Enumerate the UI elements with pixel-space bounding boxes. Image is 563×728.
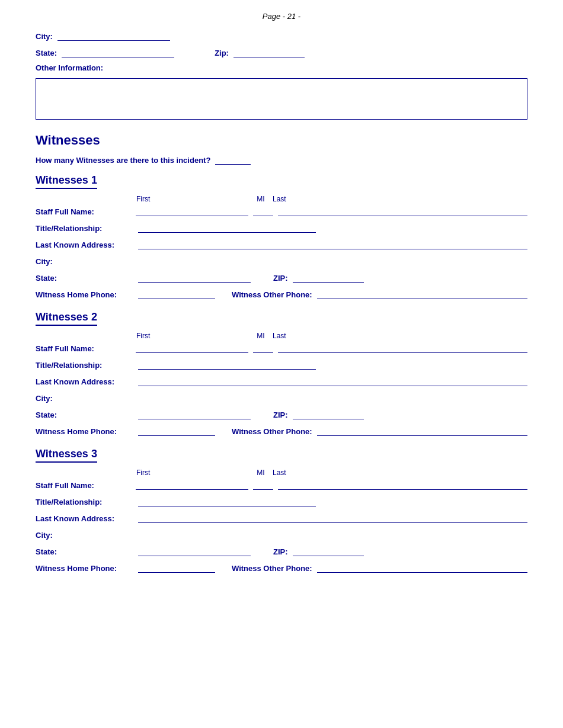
- name-header-row-3: First MI Last: [36, 469, 527, 477]
- other-phone-label-1: Witness Other Phone:: [232, 290, 312, 299]
- home-phone-label-1: Witness Home Phone:: [36, 290, 133, 299]
- staff-first-input-3[interactable]: [136, 479, 248, 490]
- how-many-label: How many Witnesses are there to this inc…: [36, 156, 210, 165]
- title-rel-row-2: Title/Relationship:: [36, 359, 527, 370]
- state-zip-row-3: State: ZIP:: [36, 546, 527, 556]
- staff-name-label-3: Staff Full Name:: [36, 481, 133, 490]
- staff-last-input-3[interactable]: [278, 479, 527, 490]
- staff-mi-input-1[interactable]: [253, 206, 273, 216]
- phone-row-2: Witness Home Phone: Witness Other Phone:: [36, 425, 527, 436]
- address-row-3: Last Known Address:: [36, 512, 527, 523]
- staff-name-row-3: Staff Full Name:: [36, 479, 527, 490]
- zip-label-top: Zip:: [215, 49, 229, 57]
- zip-input-1[interactable]: [293, 272, 364, 283]
- home-phone-label-3: Witness Home Phone:: [36, 564, 133, 573]
- other-phone-label-3: Witness Other Phone:: [232, 564, 312, 573]
- other-info-textarea[interactable]: [36, 78, 527, 120]
- state-input-top[interactable]: [62, 47, 174, 57]
- title-rel-row-1: Title/Relationship:: [36, 222, 527, 233]
- title-rel-input-2[interactable]: [138, 359, 316, 370]
- witnesses-1-section: Witnesses 1 First MI Last Staff Full Nam…: [36, 174, 527, 299]
- city-row-2: City:: [36, 392, 527, 403]
- witnesses-2-section: Witnesses 2 First MI Last Staff Full Nam…: [36, 311, 527, 436]
- home-phone-label-2: Witness Home Phone:: [36, 427, 133, 436]
- how-many-row: How many Witnesses are there to this inc…: [36, 154, 527, 165]
- mi-header-3: MI: [249, 469, 273, 477]
- address-label-3: Last Known Address:: [36, 514, 133, 523]
- staff-name-row-1: Staff Full Name:: [36, 206, 527, 216]
- state-input-3[interactable]: [138, 546, 251, 556]
- last-header-1: Last: [273, 195, 527, 203]
- city-row-3: City:: [36, 529, 527, 540]
- other-phone-input-1[interactable]: [317, 288, 527, 299]
- state-label-2: State:: [36, 410, 133, 419]
- staff-mi-input-2[interactable]: [253, 342, 273, 353]
- home-phone-input-3[interactable]: [138, 562, 215, 573]
- page-number: Page - 21 -: [36, 12, 527, 21]
- address-input-3[interactable]: [138, 512, 527, 523]
- title-rel-input-1[interactable]: [138, 222, 316, 233]
- home-phone-input-2[interactable]: [138, 425, 215, 436]
- staff-first-input-2[interactable]: [136, 342, 248, 353]
- city-label-1: City:: [36, 257, 133, 266]
- state-input-2[interactable]: [138, 409, 251, 419]
- city-row: City:: [36, 30, 527, 41]
- name-header-row-1: First MI Last: [36, 195, 527, 203]
- home-phone-input-1[interactable]: [138, 288, 215, 299]
- staff-name-row-2: Staff Full Name:: [36, 342, 527, 353]
- other-phone-input-2[interactable]: [317, 425, 527, 436]
- zip-input-top[interactable]: [233, 47, 305, 57]
- staff-last-input-1[interactable]: [278, 206, 527, 216]
- how-many-input[interactable]: [215, 154, 251, 165]
- address-input-2[interactable]: [138, 376, 527, 386]
- mi-header-2: MI: [249, 332, 273, 340]
- state-label-top: State:: [36, 49, 57, 57]
- city-label-3: City:: [36, 531, 133, 540]
- other-info-row: Other Information:: [36, 63, 527, 72]
- phone-row-1: Witness Home Phone: Witness Other Phone:: [36, 288, 527, 299]
- staff-name-label-2: Staff Full Name:: [36, 344, 133, 353]
- staff-first-input-1[interactable]: [136, 206, 248, 216]
- address-input-1[interactable]: [138, 239, 527, 249]
- state-input-1[interactable]: [138, 272, 251, 283]
- title-rel-row-3: Title/Relationship:: [36, 496, 527, 506]
- state-label-3: State:: [36, 547, 133, 556]
- staff-name-label-1: Staff Full Name:: [36, 207, 133, 216]
- last-header-3: Last: [273, 469, 527, 477]
- other-phone-label-2: Witness Other Phone:: [232, 427, 312, 436]
- address-row-2: Last Known Address:: [36, 376, 527, 386]
- zip-input-3[interactable]: [293, 546, 364, 556]
- first-header-2: First: [136, 332, 249, 340]
- witnesses-1-subtitle: Witnesses 1: [36, 174, 97, 189]
- state-zip-row-top: State: Zip:: [36, 47, 527, 57]
- staff-last-input-2[interactable]: [278, 342, 527, 353]
- staff-mi-input-3[interactable]: [253, 479, 273, 490]
- title-rel-label-2: Title/Relationship:: [36, 361, 133, 370]
- city-label: City:: [36, 32, 53, 41]
- zip-label-1: ZIP:: [273, 274, 288, 283]
- city-row-1: City:: [36, 255, 527, 266]
- city-label-2: City:: [36, 394, 133, 403]
- address-label-2: Last Known Address:: [36, 377, 133, 386]
- state-zip-row-2: State: ZIP:: [36, 409, 527, 419]
- title-rel-label-3: Title/Relationship:: [36, 498, 133, 506]
- zip-label-3: ZIP:: [273, 547, 288, 556]
- witnesses-3-subtitle: Witnesses 3: [36, 448, 97, 463]
- name-header-row-2: First MI Last: [36, 332, 527, 340]
- address-row-1: Last Known Address:: [36, 239, 527, 249]
- zip-input-2[interactable]: [293, 409, 364, 419]
- zip-label-2: ZIP:: [273, 410, 288, 419]
- title-rel-label-1: Title/Relationship:: [36, 224, 133, 233]
- last-header-2: Last: [273, 332, 527, 340]
- mi-header-1: MI: [249, 195, 273, 203]
- witnesses-3-section: Witnesses 3 First MI Last Staff Full Nam…: [36, 448, 527, 573]
- other-phone-input-3[interactable]: [317, 562, 527, 573]
- state-zip-row-1: State: ZIP:: [36, 272, 527, 283]
- phone-row-3: Witness Home Phone: Witness Other Phone:: [36, 562, 527, 573]
- city-input[interactable]: [57, 30, 170, 41]
- title-rel-input-3[interactable]: [138, 496, 316, 506]
- witnesses-2-subtitle: Witnesses 2: [36, 311, 97, 326]
- state-label-1: State:: [36, 274, 133, 283]
- witnesses-title: Witnesses: [36, 133, 527, 148]
- first-header-1: First: [136, 195, 249, 203]
